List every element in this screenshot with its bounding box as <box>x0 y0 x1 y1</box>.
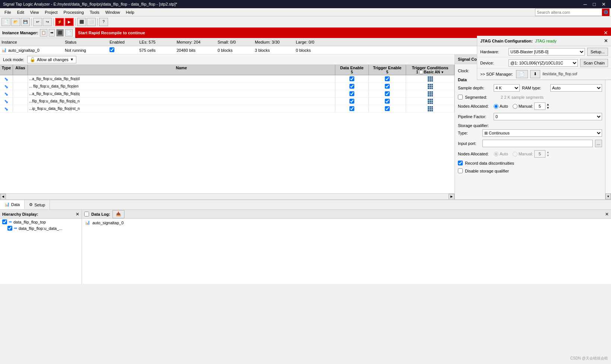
minimize-button[interactable]: ─ <box>581 1 589 7</box>
scan-chain-button[interactable]: Scan Chain <box>580 59 608 67</box>
nodes-manual-input-2[interactable] <box>534 150 545 158</box>
record-disc-checkbox[interactable] <box>458 161 463 165</box>
tab-data-label: Data <box>11 202 20 207</box>
help-button[interactable]: ? <box>99 18 108 26</box>
pipeline-select[interactable]: 0 1 2 3 <box>494 113 602 120</box>
data-log-import-button[interactable]: 📥 <box>113 210 124 218</box>
menu-tools[interactable]: Tools <box>87 9 102 15</box>
row4-data-enable-checkbox[interactable] <box>349 106 354 111</box>
row3-trigger-enable-checkbox[interactable] <box>385 99 390 104</box>
menu-view[interactable]: View <box>27 9 42 15</box>
tab-data[interactable]: 📊 Data <box>0 200 25 209</box>
hierarchy-close-button[interactable]: ✕ <box>76 212 79 217</box>
row3-data-enable-checkbox[interactable] <box>349 99 354 104</box>
trigger-cond-checkbox[interactable] <box>419 70 423 74</box>
menu-processing[interactable]: Processing <box>61 9 87 15</box>
signal-column-headers: Type Alias Name Data Enable 5 Trigger En… <box>0 65 455 75</box>
type-select[interactable]: ⊞ Continuous Input port <box>482 129 602 137</box>
redo-button[interactable]: ↪ <box>43 18 52 26</box>
inst-btn-2[interactable]: ➡ <box>49 29 55 37</box>
scroll-right-arrow[interactable]: ▶ <box>449 194 455 200</box>
nodes-manual-spinner[interactable]: ▲ ▼ <box>547 103 550 110</box>
hierarchy-item-top-checkbox[interactable] <box>2 219 7 224</box>
input-port-browse-button[interactable]: ... <box>595 140 602 147</box>
row4-name: ...ip_flop:u_data_flip_flop|rst_n <box>28 105 335 112</box>
jtag-setup-button[interactable]: Setup... <box>587 48 608 56</box>
spinner-down[interactable]: ▼ <box>547 106 550 110</box>
jtag-hardware-select[interactable]: USB-Blaster [USB-0] <box>509 48 585 56</box>
save-button[interactable]: 💾 <box>21 18 30 26</box>
segmented-checkbox[interactable] <box>458 95 463 99</box>
instance-enabled-checkbox[interactable] <box>110 47 114 52</box>
undo-button[interactable]: ↩ <box>33 18 42 26</box>
new-button[interactable]: 📄 <box>1 18 10 26</box>
menu-file[interactable]: File <box>1 9 14 15</box>
row1-trigger-enable-checkbox[interactable] <box>385 84 390 89</box>
watermark: CSDN @天会晴就会暗 <box>570 356 608 361</box>
open-button[interactable]: 📂 <box>11 18 20 26</box>
row4-trigger-enable-checkbox[interactable] <box>385 106 390 111</box>
inst-btn-1[interactable]: 📋 <box>40 29 47 37</box>
inst-btn-doc[interactable]: 📄 <box>65 29 73 37</box>
nodes-auto-radio[interactable] <box>494 104 498 109</box>
data-log-checkbox[interactable] <box>84 212 89 216</box>
horizontal-scrollbar[interactable]: ◀ ▶ <box>0 193 455 199</box>
ram-type-select[interactable]: Auto M9K M10K M20K <box>550 84 602 92</box>
sof-file-button[interactable]: 📄 <box>516 70 528 78</box>
row2-name: ...a_flip_flop:u_data_flip_flop|q <box>28 90 335 97</box>
h-scroll-track[interactable] <box>6 194 449 200</box>
menu-edit[interactable]: Edit <box>14 9 27 15</box>
type-row: Type: ⊞ Continuous Input port <box>458 129 602 137</box>
nodes-manual-input[interactable] <box>534 102 545 110</box>
row2-trigger-enable-checkbox[interactable] <box>385 91 390 96</box>
input-port-input[interactable] <box>482 140 593 147</box>
sample-depth-select[interactable]: 4 K 256 512 1K 2K 8K 16K <box>494 84 520 92</box>
spinner-down-2[interactable]: ▼ <box>547 154 550 157</box>
stop-button[interactable]: ⬛ <box>77 18 86 26</box>
menu-project[interactable]: Project <box>42 9 60 15</box>
jtag-device-select[interactable]: @1: 10CL006(Y|Z)/10CL01C <box>509 59 578 67</box>
data-log-item-icon: 📊 <box>85 220 90 225</box>
jtag-hardware-label: Hardware: <box>480 50 506 54</box>
compile-button[interactable]: ⚡ <box>55 18 64 26</box>
scroll-left-arrow[interactable]: ◀ <box>0 194 6 200</box>
menu-window[interactable]: Window <box>102 9 123 15</box>
nodes-manual-radio-2[interactable] <box>513 152 517 156</box>
row0-trigger-enable-checkbox[interactable] <box>385 76 390 81</box>
scroll-down-arrow[interactable]: ▼ <box>605 193 611 199</box>
nodes-auto-radio-2[interactable] <box>494 152 498 156</box>
sof-prog-button[interactable]: ⬇ <box>530 70 540 78</box>
hierarchy-item-top[interactable]: ➡ data_flip_flop_top <box>0 219 82 225</box>
nodes-manual-spinner-2[interactable]: ▲ ▼ <box>547 151 550 157</box>
col-data-enable-header: Data Enable 5 <box>335 65 369 75</box>
hierarchy-item-child-checkbox[interactable] <box>7 226 12 231</box>
pause-button[interactable]: ⬜ <box>87 18 96 26</box>
row2-data-enable-checkbox[interactable] <box>349 91 354 96</box>
scroll-track[interactable] <box>605 70 611 193</box>
run-button[interactable]: ▶ <box>65 18 74 26</box>
row1-data-enable-checkbox[interactable] <box>349 84 354 89</box>
maximize-button[interactable]: □ <box>591 1 598 7</box>
right-panel-scrollbar[interactable]: ▲ ▼ <box>605 64 611 199</box>
globe-button[interactable]: 🌐 <box>602 9 610 16</box>
spinner-up-2[interactable]: ▲ <box>547 151 550 154</box>
lock-dropdown[interactable]: 🔓 Allow all changes ▼ <box>27 56 76 63</box>
row0-data-enable-checkbox[interactable] <box>349 76 354 81</box>
nodes-manual-radio[interactable] <box>513 104 517 109</box>
tab-setup[interactable]: ⚙ Setup <box>25 200 50 209</box>
menu-help[interactable]: Help <box>123 9 137 15</box>
close-button[interactable]: ✕ <box>599 1 608 7</box>
jtag-close-button[interactable]: ✕ <box>604 38 608 44</box>
data-log-item[interactable]: 📊 auto_signaltap_0 <box>82 219 611 227</box>
alert-close-button[interactable]: ✕ <box>604 30 608 36</box>
hierarchy-item-child[interactable]: ➡ data_flip_flop:u_data_... <box>0 225 82 231</box>
data-log-close-button[interactable]: ✕ <box>605 212 609 217</box>
record-disc-row: Record data discontinuities <box>458 161 602 165</box>
spinner-up[interactable]: ▲ <box>547 103 550 106</box>
pipeline-row: Pipeline Factor: 0 1 2 3 <box>458 113 602 120</box>
search-input[interactable] <box>535 9 602 16</box>
col-memory: Memory: 204 <box>177 40 210 44</box>
nodes-manual-label: Manual: <box>519 104 533 108</box>
disable-storage-checkbox[interactable] <box>458 168 463 173</box>
inst-btn-stop[interactable]: ⬛ <box>56 29 64 37</box>
